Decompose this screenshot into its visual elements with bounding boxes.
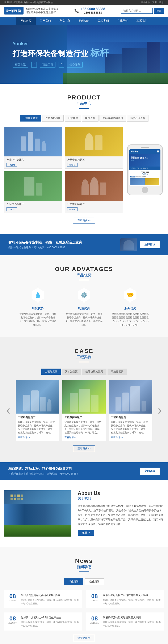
- nav-item-case[interactable]: 工程案例: [94, 17, 113, 25]
- adv-item-1: ⚙️ 制造优势 智能环保装备专业制造、销售、租赁及综合运营商，提供一站式专业服务…: [65, 286, 103, 327]
- product-more-0[interactable]: +more: [6, 163, 17, 167]
- product-tab-1[interactable]: 设备养护维修: [42, 115, 64, 122]
- case-img-2: [109, 380, 152, 414]
- case-title-cn: 工程案例: [4, 354, 164, 360]
- about-more-btn[interactable]: 详细>>: [78, 530, 94, 536]
- news-more-btn[interactable]: 查看更多>>: [73, 635, 95, 641]
- search-button[interactable]: 搜索: [154, 8, 164, 14]
- logo-area: 环保设备 智能环保设备解决方案提供商 打造环保装备制造行业标杆: [4, 7, 58, 14]
- about-title-en: About Us: [78, 490, 164, 496]
- banner1-btn[interactable]: 立即咨询: [140, 241, 160, 248]
- product-name-1: 产品中心标题五: [67, 158, 121, 162]
- adv-title-en: OUR ADVATAGES: [4, 266, 164, 272]
- adv-item-0: 💧 研发优势 智能环保装备专业制造、销售、租赁及综合运营商，提供一站式专业服务！…: [19, 286, 57, 327]
- nav-item-news[interactable]: 新闻动态: [74, 17, 94, 25]
- case-view-more: 查看更多>>: [4, 445, 164, 452]
- advantages-grid: 💧 研发优势 智能环保装备专业制造、销售、租赁及综合运营商，提供一站式专业服务！…: [4, 286, 164, 327]
- header: 环保设备 智能环保设备解决方案提供商 打造环保装备制造行业标杆 📞 +86 00…: [0, 5, 168, 17]
- product-tab-4[interactable]: 非标网架结构系列: [100, 115, 126, 122]
- phone-screen-header: 环保设备 ☰: [129, 149, 161, 154]
- product-card-2: 产品中心标题三 +more: [4, 171, 62, 213]
- case-tab-2[interactable]: 生活垃圾处置案: [82, 368, 107, 375]
- product-img-3: [65, 171, 123, 201]
- nav-item-product[interactable]: 产品中心: [55, 17, 74, 25]
- case-more-btn[interactable]: 查看更多>>: [73, 445, 95, 452]
- adv-icon-2: 🤝: [127, 292, 134, 298]
- banner1-image: [120, 238, 137, 251]
- case-next-arrow[interactable]: ❯: [156, 406, 164, 416]
- case-info-2: 工程案例标题一 智能环保装备专业制造、销售、租赁及综合运营商，提供一站式专业服务…: [109, 414, 152, 441]
- login-link[interactable]: 登录: [159, 1, 164, 4]
- product-more-3[interactable]: +more: [67, 207, 78, 211]
- news-section: News 新闻动态 行业新闻 企业新闻 08 2019/01 制作营销型网站之高…: [0, 547, 168, 644]
- top-bar: 欢迎来到智能环保设备解决方案提供商官方网站！ 用户中心 注册 登录: [0, 0, 168, 5]
- case-card-0: 工程案例标题三 智能环保装备专业制造、销售、租赁及综合运营商，提供一站式专业服务…: [16, 380, 59, 441]
- product-tab-2[interactable]: 污水处理: [65, 115, 81, 122]
- search-input[interactable]: [121, 8, 153, 14]
- nav-item-about[interactable]: 关于我们: [36, 17, 55, 25]
- news-title-1[interactable]: 浅谈APP运营推广宣传广告中常见大误区...: [103, 593, 161, 597]
- product-more-1[interactable]: +more: [67, 163, 78, 167]
- case-more-2[interactable]: 查看详情>>: [111, 436, 150, 439]
- case-desc-0: 智能环保装备专业制造、销售、租赁及综合运营商，提供一站式专业服务！智能环保装备专…: [18, 420, 57, 434]
- logo-box[interactable]: 环保设备: [4, 7, 23, 14]
- hero-link-2[interactable]: 精品工程: [40, 62, 55, 68]
- blue-banner-1: 智能环保装备专业制造、销售、租赁及综合运营商 提供一站式专业服务！ 咨询热线：+…: [0, 234, 168, 255]
- news-title-en: News: [4, 558, 164, 564]
- nav-item-home[interactable]: 网站首页: [16, 17, 36, 25]
- cta-title: 精益制造、精品工程、精心服务为质量方针: [8, 466, 78, 471]
- adv-icon-1: ⚙️: [80, 292, 88, 298]
- main-nav: 网站首页 关于我们 产品中心 新闻动态 工程案例 在线营销 联系我们: [0, 17, 168, 25]
- user-center-link[interactable]: 用户中心: [141, 1, 150, 4]
- about-image: [4, 490, 71, 536]
- product-card-0: 产品中心标题六 +more: [4, 127, 62, 168]
- adv-divider: [79, 280, 89, 280]
- phone1: +86 0000 88888: [81, 7, 105, 11]
- mobile-mockup: 环保设备 ☰ Yonker 打造环保装备制造行业 标杆 关于我们 产品中心 新闻…: [127, 144, 163, 195]
- product-tab-0[interactable]: 土壤修复成套: [20, 115, 41, 122]
- cta-subtitle: 打造环保装备制造行业标杆企业！ 咨询热线：+86 0000 88888: [8, 472, 78, 476]
- register-link[interactable]: 注册: [152, 1, 157, 4]
- news-title-2[interactable]: 做好四个方面助让APP出现效果差主...: [21, 616, 79, 620]
- news-tab-company[interactable]: 企业新闻: [85, 578, 104, 585]
- banner1-text: 智能环保装备专业制造、销售、租赁及综合运营商 提供一站式专业服务！ 咨询热线：+…: [8, 240, 82, 249]
- banner1-right: 立即咨询: [120, 238, 160, 251]
- product-divider: [79, 108, 89, 109]
- news-desc-0: 智能环保装备专业制造、销售、租赁及综合运营商，提供一站式专业服务。: [21, 598, 79, 605]
- news-date-0: 08 2019/01: [7, 593, 18, 602]
- case-tab-3[interactable]: 污染修复案: [108, 368, 127, 375]
- contact-info: 📞 +86 0000 88888 13988888888: [74, 7, 105, 14]
- case-tab-0[interactable]: 土壤修复案: [41, 368, 61, 375]
- product-img-2: [4, 171, 62, 201]
- case-title-en: CASE: [4, 348, 164, 354]
- nav-item-contact[interactable]: 联系我们: [132, 17, 152, 25]
- news-item-0: 08 2019/01 制作营销型网站之高端建站8大要素... 智能环保装备专业制…: [4, 590, 82, 608]
- case-name-2: 工程案例标题一: [111, 416, 150, 419]
- product-tabs: 土壤修复成套 设备养护维修 污水处理 电气设备 非标网架结构系列 油脂处理设备: [4, 115, 164, 122]
- case-tab-1[interactable]: 污水治理案: [62, 368, 81, 375]
- hero-link-1[interactable]: 精益制造: [12, 62, 28, 68]
- product-more-btn[interactable]: 查看更多>>: [73, 217, 95, 224]
- product-info-1: 产品中心标题五 +more: [65, 156, 123, 168]
- news-content-0: 制作营销型网站之高端建站8大要素... 智能环保装备专业制造、销售、租赁及综合运…: [21, 593, 79, 605]
- product-tab-5[interactable]: 油脂处理设备: [127, 115, 149, 122]
- hero-link-3[interactable]: 核心服务: [67, 62, 83, 68]
- case-more-1[interactable]: 查看详情>>: [64, 436, 104, 439]
- nav-item-online[interactable]: 在线营销: [113, 17, 132, 25]
- top-bar-message: 欢迎来到智能环保设备解决方案提供商官方网站！: [4, 1, 55, 4]
- news-item-1: 08 2019/01 浅谈APP运营推广宣传广告中常见大误区... 智能环保装备…: [86, 590, 164, 608]
- product-info-3: 产品中心标题二 +more: [65, 201, 123, 213]
- adv-hex-2: 🤝: [122, 286, 139, 304]
- phone-home-btn: [142, 187, 148, 193]
- about-desc: 蓬莱标标标标标标标标标已创建于1998年，现拥有16000万元，员工数量积累到8…: [78, 504, 164, 526]
- hero-brand: Yonker: [12, 41, 109, 46]
- news-tab-industry[interactable]: 行业新闻: [64, 578, 83, 585]
- about-lawn: [4, 525, 71, 536]
- product-more-2[interactable]: +more: [6, 207, 17, 211]
- cta-btn[interactable]: 立即咨询: [140, 468, 160, 475]
- case-more-0[interactable]: 查看详情>>: [18, 436, 57, 439]
- product-tab-3[interactable]: 电气设备: [82, 115, 99, 122]
- case-prev-arrow[interactable]: ❮: [4, 406, 12, 416]
- news-title-3[interactable]: 浅谈确保营销型网站建设三大原则...: [103, 616, 161, 620]
- news-title-0[interactable]: 制作营销型网站之高端建站8大要素...: [21, 593, 79, 597]
